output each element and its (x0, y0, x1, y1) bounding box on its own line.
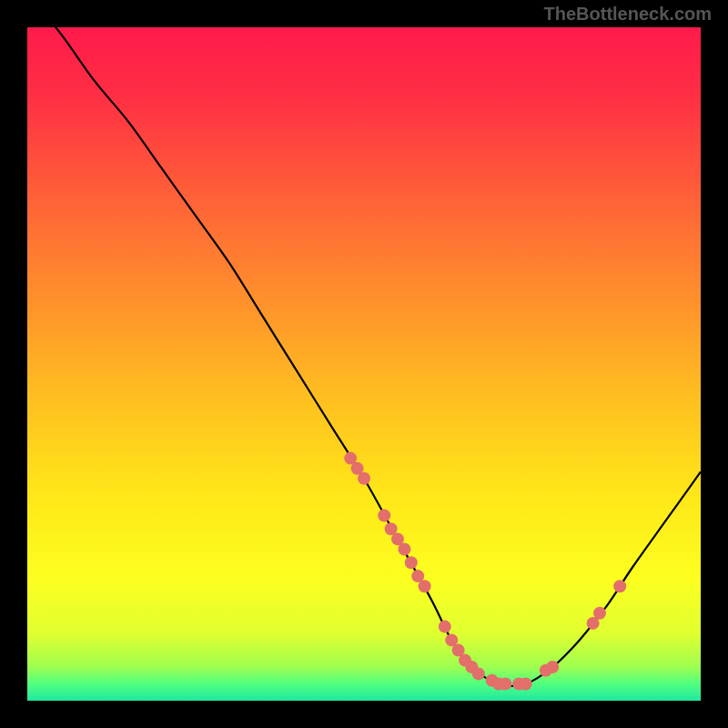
chart-plot-area (27, 27, 701, 701)
data-marker (398, 543, 410, 556)
data-marker (472, 667, 485, 680)
data-marker (546, 661, 559, 673)
chart-curve-layer (27, 27, 701, 701)
watermark-text: TheBottleneck.com (544, 4, 712, 25)
data-marker (613, 580, 626, 592)
data-marker (419, 580, 431, 592)
data-marker (520, 678, 532, 691)
data-marker (439, 621, 451, 633)
data-marker (378, 510, 390, 522)
data-marker (499, 678, 511, 691)
data-marker (405, 556, 418, 569)
bottleneck-curve (27, 27, 701, 686)
marker-group (344, 452, 626, 691)
data-marker (358, 472, 370, 485)
data-marker (593, 607, 606, 620)
